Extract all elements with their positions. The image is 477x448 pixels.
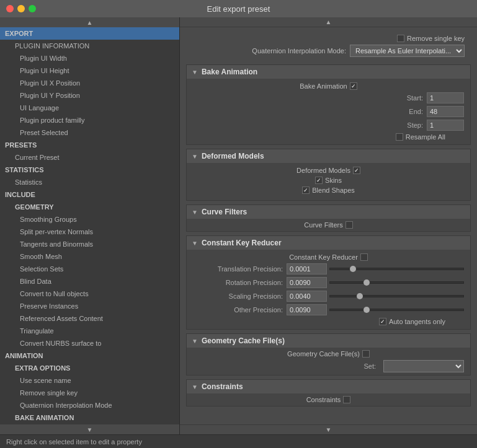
other-precision-input[interactable] [287, 304, 327, 315]
curve-filters-checkbox-wrap[interactable]: Curve Filters [304, 221, 352, 229]
blend-shapes-checkbox[interactable] [302, 187, 310, 194]
start-label: Start: [342, 94, 423, 102]
quaternion-select[interactable]: Resample As Euler Interpolati... [350, 45, 465, 57]
sidebar-item-referenced-assets[interactable]: Referenced Assets Content [0, 312, 179, 325]
auto-tangents-checkbox[interactable] [379, 318, 386, 325]
constraints-checkbox-wrap[interactable]: Constraints [306, 396, 351, 403]
curve-filters-checkbox[interactable] [345, 221, 353, 229]
deformed-models-section: ▼ Deformed Models Deformed Models Skins [186, 149, 471, 201]
sidebar-item-statistics[interactable]: Statistics [0, 176, 179, 188]
skins-checkbox-wrap[interactable]: Skins [315, 177, 342, 184]
sidebar-item-preset-selected[interactable]: Preset Selected [0, 126, 179, 139]
translation-precision-track[interactable] [329, 268, 464, 270]
sidebar-item-selection-sets[interactable]: Selection Sets [0, 263, 179, 275]
maximize-button[interactable] [29, 5, 36, 12]
rotation-precision-thumb[interactable] [363, 279, 370, 286]
step-row: Step: [193, 120, 464, 131]
ui-language-label: UI Language [0, 103, 179, 113]
translation-precision-thumb[interactable] [350, 266, 356, 272]
step-input[interactable] [427, 120, 464, 131]
remove-single-key-checkbox-wrap[interactable]: Remove single key [397, 35, 465, 42]
geo-cache-checkbox[interactable] [362, 350, 370, 358]
sidebar-item-remove-single-key[interactable]: Remove single key [0, 387, 179, 399]
rotation-precision-track[interactable] [329, 281, 464, 284]
sidebar-item-animation[interactable]: ANIMATION [0, 349, 179, 362]
set-label: Set: [363, 362, 376, 370]
right-panel-scroll[interactable]: Remove single key Quaternion Interpolati… [180, 27, 477, 424]
minimize-button[interactable] [17, 5, 25, 12]
sidebar-item-smooth-mesh[interactable]: Smooth Mesh [0, 250, 179, 263]
sidebar-item-current-preset[interactable]: Current Preset [0, 151, 179, 164]
resample-all-checkbox[interactable] [396, 133, 403, 141]
quaternion-mode-label: Quaternion Interpolation Mode [0, 400, 179, 410]
sidebar-item-plugin-information[interactable]: PLUGIN INFORMATION [0, 40, 179, 52]
sidebar-item-statistics-header[interactable]: STATISTICS [0, 164, 179, 176]
sidebar-item-geometry[interactable]: GEOMETRY [0, 201, 179, 213]
blend-shapes-checkbox-wrap[interactable]: Blend Shapes [302, 187, 355, 194]
scaling-precision-track[interactable] [329, 295, 464, 297]
sidebar-item-blind-data[interactable]: Blind Data [0, 275, 179, 288]
remove-single-key-checkbox[interactable] [397, 35, 404, 42]
sidebar-item-bake-animation[interactable]: BAKE ANIMATION [0, 411, 179, 424]
geometry-cache-section-header[interactable]: ▼ Geometry Cache File(s) [187, 334, 470, 348]
auto-tangents-checkbox-wrap[interactable]: Auto tangents only [379, 318, 445, 325]
deformed-models-checkbox-wrap[interactable]: Deformed Models [296, 167, 360, 174]
sidebar-item-presets[interactable]: PRESETS [0, 139, 179, 151]
sidebar-item-plugin-ui-x[interactable]: Plugin UI X Position [0, 77, 179, 89]
curve-filters-check-label: Curve Filters [304, 221, 342, 229]
end-input[interactable] [427, 106, 464, 117]
scaling-precision-thumb[interactable] [357, 293, 363, 299]
sidebar-item-preserve-instances[interactable]: Preserve Instances [0, 300, 179, 312]
set-select[interactable] [383, 360, 464, 372]
remove-single-key-checkbox-label: Remove single key [407, 35, 465, 42]
sidebar-item-smoothing-groups[interactable]: Smoothing Groups [0, 213, 179, 226]
sidebar-item-convert-null[interactable]: Convert to Null objects [0, 288, 179, 300]
geometry-cache-arrow: ▼ [192, 338, 198, 345]
translation-precision-input[interactable] [287, 263, 327, 275]
resample-all-checkbox-wrap[interactable]: Resample All [396, 133, 445, 141]
curve-filters-section: ▼ Curve Filters Curve Filters [186, 204, 471, 232]
other-precision-thumb[interactable] [363, 307, 370, 313]
tangents-label: Tangents and Binormals [0, 239, 179, 249]
constant-key-reducer-section-header[interactable]: ▼ Constant Key Reducer [187, 236, 470, 250]
other-precision-track[interactable] [329, 309, 464, 311]
sidebar-item-plugin-ui-y[interactable]: Plugin UI Y Position [0, 89, 179, 102]
scaling-precision-input[interactable] [287, 291, 327, 302]
deformed-models-checkbox[interactable] [353, 167, 360, 174]
bake-animation-section-header[interactable]: ▼ Bake Animation [187, 65, 470, 79]
sidebar-item-tangents[interactable]: Tangents and Binormals [0, 238, 179, 250]
use-scene-name-label: Use scene name [0, 376, 179, 385]
sidebar-item-use-scene-name[interactable]: Use scene name [0, 374, 179, 387]
sidebar-item-split-per-vertex[interactable]: Split per-vertex Normals [0, 226, 179, 238]
ckr-checkbox-wrap[interactable]: Constant Key Reducer [289, 253, 368, 261]
rotation-precision-input[interactable] [287, 277, 327, 288]
skins-checkbox[interactable] [315, 177, 323, 184]
tree-view[interactable]: EXPORT PLUGIN INFORMATION Plugin UI Widt… [0, 27, 179, 424]
sidebar-item-plugin-product-family[interactable]: Plugin product familly [0, 114, 179, 126]
constraints-section-header[interactable]: ▼ Constraints [187, 380, 470, 393]
sidebar-item-convert-nurbs[interactable]: Convert NURBS surface to [0, 337, 179, 349]
curve-filters-section-header[interactable]: ▼ Curve Filters [187, 205, 470, 219]
scroll-up-button[interactable]: ▲ [0, 17, 179, 27]
skins-row: Skins [193, 177, 464, 184]
ckr-checkbox[interactable] [360, 253, 368, 261]
sidebar-item-quaternion-mode[interactable]: Quaternion Interpolation Mode [0, 399, 179, 411]
sidebar-item-extra-options[interactable]: EXTRA OPTIONS [0, 362, 179, 374]
sidebar-item-triangulate[interactable]: Triangulate [0, 325, 179, 337]
sidebar-item-plugin-ui-height[interactable]: Plugin UI Height [0, 64, 179, 77]
bake-animation-checkbox-wrap[interactable]: Bake Animation [300, 82, 357, 90]
sidebar-item-include[interactable]: INCLUDE [0, 188, 179, 201]
sidebar-item-export[interactable]: EXPORT [0, 27, 179, 40]
geo-cache-checkbox-wrap[interactable]: Geometry Cache File(s) [287, 350, 370, 358]
right-scroll-up-button[interactable]: ▲ [180, 17, 477, 27]
sidebar-item-ui-language[interactable]: UI Language [0, 102, 179, 114]
start-input[interactable] [427, 92, 464, 103]
right-scroll-down-button[interactable]: ▼ [180, 424, 477, 434]
rotation-precision-label: Rotation Precision: [193, 279, 283, 286]
sidebar-item-plugin-ui-width[interactable]: Plugin UI Width [0, 52, 179, 64]
constraints-checkbox[interactable] [343, 396, 350, 403]
close-button[interactable] [6, 5, 14, 12]
scroll-down-button[interactable]: ▼ [0, 424, 179, 434]
deformed-models-section-header[interactable]: ▼ Deformed Models [187, 149, 470, 163]
bake-animation-checkbox[interactable] [350, 82, 357, 90]
